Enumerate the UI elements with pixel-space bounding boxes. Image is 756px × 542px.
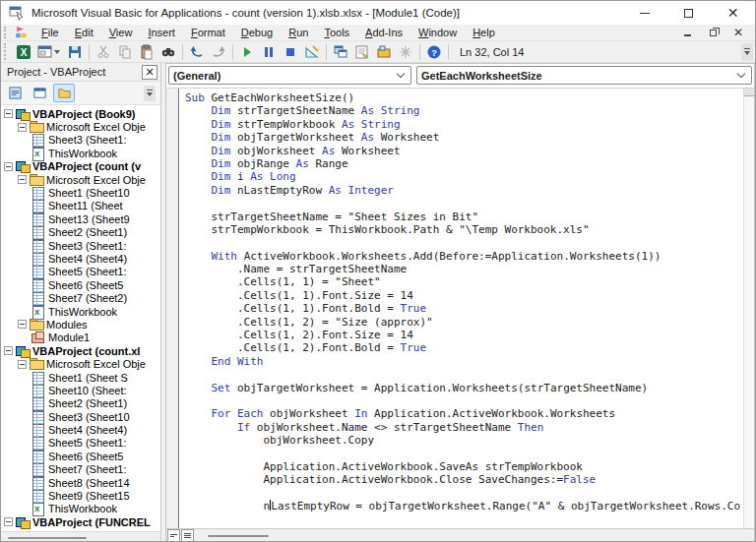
menu-tools[interactable]: Tools bbox=[316, 26, 357, 39]
collapse-toggle-icon[interactable] bbox=[18, 123, 27, 132]
tree-item-sheet5-sheet1[interactable]: Sheet5 (Sheet1: bbox=[1, 266, 160, 278]
window-minimize-button[interactable] bbox=[622, 1, 666, 25]
break-button[interactable] bbox=[258, 42, 280, 62]
code-margin-indicator-bar[interactable] bbox=[166, 89, 179, 528]
insert-userform-dropdown-arrow-icon[interactable] bbox=[54, 50, 60, 54]
tree-item-sheet3-sheet1[interactable]: Sheet3 (Sheet1: bbox=[1, 134, 160, 147]
collapse-toggle-icon[interactable] bbox=[4, 517, 13, 526]
project-panel-close-button[interactable]: ✕ bbox=[142, 65, 158, 80]
tree-item-thisworkbook[interactable]: ThisWorkbook bbox=[1, 305, 160, 318]
insert-userform-button[interactable] bbox=[34, 42, 56, 62]
menu-debug[interactable]: Debug bbox=[233, 26, 281, 39]
tree-item-vbaproject-book9[interactable]: VBAProject (Book9) bbox=[1, 107, 160, 120]
mdi-close-button[interactable]: ✕ bbox=[731, 27, 745, 38]
code-hscrollbar[interactable] bbox=[194, 529, 754, 542]
collapse-toggle-icon[interactable] bbox=[18, 360, 27, 369]
tree-item-microsoft-excel-obje[interactable]: Microsoft Excel Obje bbox=[1, 173, 160, 186]
tree-item-thisworkbook[interactable]: ThisWorkbook bbox=[1, 147, 160, 159]
tree-item-sheet4-sheet4[interactable]: Sheet4 (Sheet4) bbox=[1, 252, 160, 265]
menubar-drag-grip[interactable] bbox=[4, 27, 9, 39]
code-text[interactable]: Sub GetEachWorksheetSize() Dim strTarget… bbox=[179, 89, 743, 528]
project-icon bbox=[16, 108, 30, 120]
tree-item-sheet1-sheet10[interactable]: Sheet1 (Sheet10 bbox=[1, 186, 160, 199]
tree-item-sheet8-sheet14[interactable]: Sheet8 (Sheet14 bbox=[1, 476, 160, 489]
window-maximize-button[interactable] bbox=[666, 1, 711, 25]
menu-format[interactable]: Format bbox=[183, 26, 233, 39]
view-object-button[interactable] bbox=[29, 84, 50, 102]
tree-item-sheet5-sheet1[interactable]: Sheet5 (Sheet1: bbox=[1, 437, 160, 450]
procedure-view-button[interactable] bbox=[167, 529, 180, 542]
tree-item-modules[interactable]: Modules bbox=[1, 318, 160, 331]
code-line: Dim strTempWorkbook As String bbox=[185, 118, 743, 131]
tree-item-sheet1-sheet-s[interactable]: Sheet1 (Sheet S bbox=[1, 371, 160, 384]
project-tree-hscrollbar[interactable] bbox=[1, 531, 160, 542]
tree-item-sheet6-sheet5[interactable]: Sheet6 (Sheet5 bbox=[1, 278, 160, 291]
help-icon: ? bbox=[426, 44, 442, 60]
toggle-folders-button[interactable] bbox=[53, 84, 75, 102]
save-button[interactable] bbox=[64, 42, 86, 62]
tree-item-sheet3-sheet10[interactable]: Sheet3 (Sheet10 bbox=[1, 410, 160, 423]
tree-item-sheet4-sheet4[interactable]: Sheet4 (Sheet4) bbox=[1, 423, 160, 436]
tree-item-vbaproject-count-xl[interactable]: VBAProject (count.xl bbox=[1, 344, 160, 357]
tree-item-label: Sheet3 (Sheet1: bbox=[48, 240, 127, 252]
mdi-minimize-button[interactable] bbox=[680, 27, 694, 38]
reset-button[interactable] bbox=[280, 42, 301, 62]
tree-item-vbaproject-funcrel[interactable]: VBAProject (FUNCREL bbox=[1, 515, 160, 528]
menu-window[interactable]: Window bbox=[410, 26, 465, 39]
menu-insert[interactable]: Insert bbox=[140, 26, 183, 39]
collapse-toggle-icon[interactable] bbox=[18, 175, 27, 184]
tree-item-sheet9-sheet15[interactable]: Sheet9 (Sheet15 bbox=[1, 489, 160, 502]
code-hscroll-thumb[interactable] bbox=[208, 535, 269, 537]
collapse-toggle-icon[interactable] bbox=[4, 346, 13, 355]
tree-item-vbaproject-count-v[interactable]: VBAProject (count (v bbox=[1, 160, 160, 173]
code-vscrollbar[interactable] bbox=[743, 89, 754, 528]
panel-toolbar-overflow-button[interactable] bbox=[144, 86, 156, 101]
toolbar-overflow-button[interactable] bbox=[741, 43, 753, 61]
view-code-button[interactable] bbox=[4, 84, 26, 102]
collapse-toggle-icon[interactable] bbox=[18, 320, 27, 329]
tree-item-sheet10-sheet[interactable]: Sheet10 (Sheet: bbox=[1, 384, 160, 396]
run-sub-button[interactable] bbox=[236, 42, 258, 62]
menu-view[interactable]: View bbox=[101, 26, 141, 39]
tree-item-sheet7-sheet2[interactable]: Sheet7 (Sheet2) bbox=[1, 291, 160, 304]
menu-help[interactable]: Help bbox=[465, 26, 503, 39]
project-explorer-button[interactable] bbox=[330, 42, 351, 62]
tree-item-sheet7-sheet1[interactable]: Sheet7 (Sheet1: bbox=[1, 463, 160, 476]
menu-run[interactable]: Run bbox=[281, 26, 316, 39]
tree-item-label: Sheet6 (Sheet5 bbox=[48, 279, 123, 291]
tree-item-sheet3-sheet1[interactable]: Sheet3 (Sheet1: bbox=[1, 239, 160, 252]
sheet-icon bbox=[32, 463, 45, 475]
object-browser-button[interactable] bbox=[373, 42, 395, 62]
collapse-toggle-icon[interactable] bbox=[4, 162, 13, 171]
menu-file[interactable]: File bbox=[33, 26, 67, 39]
view-microsoft-excel-button[interactable]: X bbox=[13, 42, 34, 62]
tree-item-sheet2-sheet1[interactable]: Sheet2 (Sheet1) bbox=[1, 226, 160, 239]
procedure-dropdown[interactable]: GetEachWorksheetSize bbox=[416, 66, 752, 85]
tree-item-module1[interactable]: Module1 bbox=[1, 331, 160, 344]
module-window-icon[interactable] bbox=[14, 26, 29, 39]
tree-item-microsoft-excel-obje[interactable]: Microsoft Excel Obje bbox=[1, 357, 160, 370]
menu-add-ins[interactable]: Add-Ins bbox=[357, 26, 410, 39]
help-button[interactable]: ? bbox=[423, 42, 445, 62]
tree-item-thisworkbook[interactable]: ThisWorkbook bbox=[1, 503, 160, 515]
properties-window-button[interactable] bbox=[351, 42, 373, 62]
design-mode-button[interactable] bbox=[301, 42, 323, 62]
tree-item-sheet2-sheet1[interactable]: Sheet2 (Sheet1) bbox=[1, 397, 160, 410]
tree-item-sheet11-sheet[interactable]: Sheet11 (Sheet bbox=[1, 200, 160, 212]
find-button[interactable] bbox=[158, 42, 179, 62]
code-split-handle[interactable] bbox=[744, 89, 754, 96]
tree-item-sheet13-sheet9[interactable]: Sheet13 (Sheet9 bbox=[1, 212, 160, 225]
paste-button[interactable] bbox=[136, 42, 158, 62]
tree-item-microsoft-excel-obje[interactable]: Microsoft Excel Obje bbox=[1, 120, 160, 133]
window-close-button[interactable]: ✕ bbox=[711, 1, 755, 25]
mdi-restore-button[interactable] bbox=[706, 27, 720, 38]
toolbar-drag-grip[interactable] bbox=[4, 43, 9, 60]
tree-item-sheet6-sheet5[interactable]: Sheet6 (Sheet5 bbox=[1, 450, 160, 462]
window-title: Microsoft Visual Basic for Applications … bbox=[32, 7, 622, 19]
full-module-view-button[interactable] bbox=[181, 529, 194, 542]
menu-edit[interactable]: Edit bbox=[67, 26, 101, 39]
undo-button[interactable] bbox=[186, 42, 208, 62]
object-dropdown[interactable]: (General) bbox=[168, 66, 411, 85]
collapse-toggle-icon[interactable] bbox=[4, 109, 13, 118]
project-tree-hscroll-thumb[interactable] bbox=[8, 537, 87, 539]
